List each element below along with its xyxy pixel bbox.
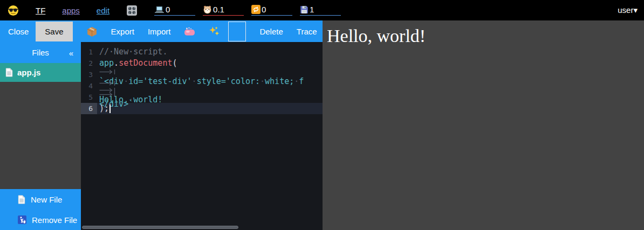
line-number: 3: [81, 69, 97, 80]
main-area: Close Save Export Import: [0, 20, 644, 230]
new-file-button[interactable]: New File: [0, 189, 81, 210]
user-menu[interactable]: user▾: [618, 5, 638, 15]
navbar-left: TF apps edit: [8, 5, 138, 16]
control-knobs-icon[interactable]: [126, 5, 138, 16]
tab-whitespace-mark: [99, 69, 115, 75]
app-window: TF apps edit: [0, 0, 644, 230]
sunglasses-face-icon[interactable]: [8, 5, 19, 16]
preview-text: Hello, world!: [327, 26, 644, 46]
code-editor[interactable]: 123456 //·New·script.app.setDocument(`<d…: [81, 42, 323, 230]
toolbar-box-input[interactable]: [228, 22, 246, 41]
line-number: 6: [81, 103, 97, 114]
cpu-counter-field[interactable]: 0: [154, 5, 195, 16]
nav-link-edit[interactable]: edit: [97, 6, 109, 15]
top-navbar: TF apps edit: [0, 0, 644, 20]
code-line[interactable]: `<div·id='test-div'·style='color:·white;…: [97, 69, 323, 80]
code-token: //·New·script.: [99, 47, 167, 57]
package-icon[interactable]: [86, 26, 98, 37]
line-number: 4: [81, 80, 97, 92]
litter-bin-icon: [18, 215, 26, 224]
space-whitespace-mark: ·: [192, 76, 197, 86]
code-line[interactable]: //·New·script.: [97, 46, 323, 58]
line-number: 5: [81, 92, 97, 103]
floppy-icon: [300, 5, 309, 14]
code-token: );: [99, 103, 109, 113]
delete-button[interactable]: Delete: [259, 27, 283, 36]
code-token: world!: [133, 95, 162, 104]
import-button[interactable]: Import: [148, 27, 171, 36]
file-document-icon: [5, 68, 13, 77]
save-button[interactable]: Save: [36, 22, 72, 41]
nav-link-tf[interactable]: TF: [36, 6, 45, 15]
text-cursor: [109, 104, 111, 113]
soap-icon[interactable]: [184, 27, 195, 36]
new-file-label: New File: [31, 195, 62, 204]
hamster-counter-field[interactable]: 0.1: [203, 5, 244, 16]
space-whitespace-mark: ·: [294, 76, 299, 86]
collapse-sidebar-button[interactable]: «: [69, 48, 73, 57]
code-token: setDocument: [119, 58, 172, 68]
preview-pane: Hello, world!: [323, 20, 644, 230]
sidebar-filler: [0, 82, 81, 189]
workspace: Files « app.j: [0, 42, 323, 230]
files-sidebar: Files « app.j: [0, 42, 81, 230]
close-button[interactable]: Close: [8, 27, 29, 36]
hamster-icon: [203, 5, 212, 14]
code-line[interactable]: app.setDocument(: [97, 58, 323, 69]
code-token: id='test-div': [128, 76, 191, 86]
laptop-icon: [154, 6, 165, 13]
ide-panel: Close Save Export Import: [0, 20, 323, 230]
code-token: app: [99, 58, 114, 68]
code-token: .: [114, 58, 119, 68]
refresh-counter-field[interactable]: 0: [251, 5, 292, 16]
refresh-icon: [251, 5, 261, 14]
files-header: Files «: [0, 42, 81, 63]
horizontal-scrollbar-thumb[interactable]: [82, 226, 238, 229]
code-token: style='color:: [197, 76, 260, 86]
hamster-counter-value: 0.1: [213, 5, 224, 14]
navbar-counters: 0 0.1: [154, 5, 341, 16]
gutter: 123456: [81, 46, 97, 230]
sparkles-icon[interactable]: [209, 26, 220, 37]
space-whitespace-mark: ·: [260, 76, 265, 86]
save-counter-field[interactable]: 1: [300, 5, 341, 16]
line-number: 2: [81, 58, 97, 69]
export-button[interactable]: Export: [111, 27, 134, 36]
remove-file-label: Remove File: [32, 215, 77, 225]
remove-file-button[interactable]: Remove File: [0, 210, 81, 230]
cpu-counter-value: 0: [166, 5, 170, 14]
trace-button[interactable]: Trace: [297, 27, 317, 36]
editor-toolbar: Close Save Export Import: [0, 20, 323, 42]
code-token: `<div: [99, 76, 124, 86]
line-number: 1: [81, 46, 97, 58]
nav-link-apps[interactable]: apps: [62, 6, 80, 15]
code-token: (: [172, 58, 177, 68]
code-token: f: [299, 76, 304, 86]
file-item-appjs[interactable]: app.js: [0, 63, 81, 82]
save-counter-value: 1: [310, 5, 314, 14]
new-file-icon: [18, 195, 25, 204]
refresh-counter-value: 0: [262, 5, 266, 14]
code-lines[interactable]: //·New·script.app.setDocument(`<div·id='…: [97, 46, 323, 230]
file-item-label: app.js: [17, 68, 40, 77]
code-token: white;: [265, 76, 294, 86]
space-whitespace-mark: ·: [124, 76, 128, 86]
files-header-label: Files: [32, 48, 49, 57]
